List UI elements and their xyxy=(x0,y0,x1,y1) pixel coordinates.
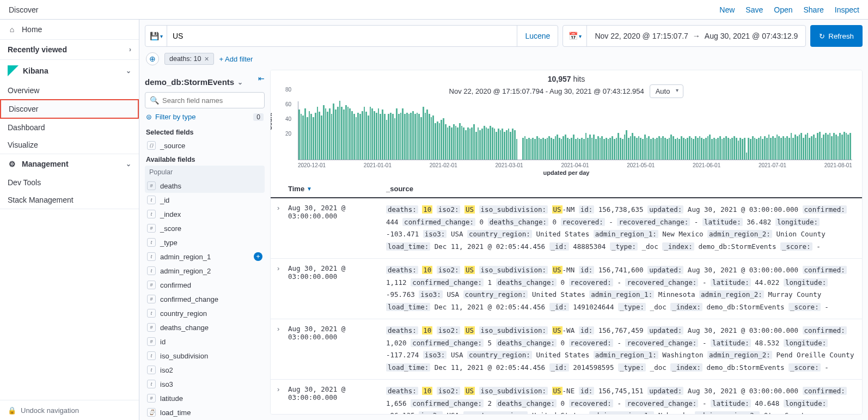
chart-bar[interactable] xyxy=(800,133,802,160)
chart-bar[interactable] xyxy=(754,138,756,160)
chart-bar[interactable] xyxy=(709,135,711,160)
chart-bar[interactable] xyxy=(752,136,754,160)
chart-bar[interactable] xyxy=(730,139,731,160)
topbar-link-share[interactable]: Share xyxy=(804,5,824,14)
chart-bar[interactable] xyxy=(327,112,328,160)
add-field-icon[interactable]: + xyxy=(254,252,262,261)
chart-bar[interactable] xyxy=(351,111,353,160)
chart-bar[interactable] xyxy=(689,136,690,160)
field-deaths[interactable]: #deaths+ xyxy=(145,179,265,193)
nav-item-dashboard[interactable]: Dashboard xyxy=(0,119,139,136)
chart-bar[interactable] xyxy=(341,107,343,160)
chart-bar[interactable] xyxy=(797,136,798,160)
chart-bar[interactable] xyxy=(687,138,688,160)
chart-bar[interactable] xyxy=(739,138,741,160)
chart-bar[interactable] xyxy=(301,114,302,160)
chart-bar[interactable] xyxy=(807,133,809,160)
chart-bar[interactable] xyxy=(481,129,483,160)
chart-bar[interactable] xyxy=(522,138,524,160)
chart-bar[interactable] xyxy=(508,129,510,160)
chart-bar[interactable] xyxy=(382,109,383,160)
chart-bar[interactable] xyxy=(819,132,821,160)
chart-bar[interactable] xyxy=(307,117,308,160)
chart-bar[interactable] xyxy=(374,111,375,160)
chart-bar[interactable] xyxy=(479,130,481,160)
chart-bar[interactable] xyxy=(475,132,477,160)
chart-bar[interactable] xyxy=(496,132,497,160)
chart-bar[interactable] xyxy=(542,138,544,160)
chart-bar[interactable] xyxy=(443,118,444,160)
chart-bar[interactable] xyxy=(540,139,542,160)
chart-bar[interactable] xyxy=(313,117,314,160)
chart-bar[interactable] xyxy=(465,130,467,160)
chart-bar[interactable] xyxy=(435,123,436,160)
field-iso_subdivision[interactable]: tiso_subdivision+ xyxy=(145,349,265,363)
chart-bar[interactable] xyxy=(683,138,684,160)
chart-bar[interactable] xyxy=(728,138,729,160)
topbar-link-inspect[interactable]: Inspect xyxy=(835,5,859,14)
chart-bar[interactable] xyxy=(323,105,325,160)
chart-bar[interactable] xyxy=(705,138,707,160)
chart-bar[interactable] xyxy=(567,138,569,160)
chart-bar[interactable] xyxy=(620,138,621,160)
chart-bar[interactable] xyxy=(847,135,849,160)
chart-bar[interactable] xyxy=(673,136,674,160)
chart-bar[interactable] xyxy=(677,138,678,160)
chart-bar[interactable] xyxy=(478,127,479,160)
chart-bar[interactable] xyxy=(423,107,424,160)
chart-bar[interactable] xyxy=(412,111,414,160)
chart-bar[interactable] xyxy=(309,111,310,160)
date-picker[interactable]: 📅 ▾ Nov 22, 2020 @ 17:15:07.7 → Aug 30, … xyxy=(563,25,806,47)
chart-bar[interactable] xyxy=(681,136,682,160)
chart-bar[interactable] xyxy=(398,114,400,160)
close-icon[interactable]: × xyxy=(204,54,209,63)
chart-bar[interactable] xyxy=(612,136,613,160)
chart-bar[interactable] xyxy=(528,138,530,160)
chart-bar[interactable] xyxy=(640,138,641,160)
chart-bar[interactable] xyxy=(386,120,388,160)
chart-bar[interactable] xyxy=(722,139,723,160)
chart-bar[interactable] xyxy=(406,113,408,160)
chart-bar[interactable] xyxy=(534,139,536,160)
chart-bar[interactable] xyxy=(431,117,432,160)
field-search[interactable]: 🔍 xyxy=(145,92,265,108)
chart-bar[interactable] xyxy=(337,107,339,160)
query-input[interactable] xyxy=(167,32,517,40)
chart-bar[interactable] xyxy=(817,133,818,160)
chart-bar[interactable] xyxy=(414,114,416,160)
chart-bar[interactable] xyxy=(719,136,721,160)
chart-bar[interactable] xyxy=(420,117,422,160)
chart-bar[interactable] xyxy=(783,136,784,160)
chart-bar[interactable] xyxy=(675,139,676,160)
undock-navigation[interactable]: 🔒 Undock navigation xyxy=(0,400,139,420)
chart-bar[interactable] xyxy=(813,135,815,160)
chart-bar[interactable] xyxy=(453,124,455,160)
chart-bar[interactable] xyxy=(609,138,611,160)
chart-bar[interactable] xyxy=(829,133,831,160)
chart-bar[interactable] xyxy=(575,139,577,160)
chart-bar[interactable] xyxy=(392,114,394,160)
nav-kibana[interactable]: Kibana ⌄ xyxy=(0,60,139,82)
chart-bar[interactable] xyxy=(833,133,835,160)
chart-bar[interactable] xyxy=(530,139,532,160)
chart-bar[interactable] xyxy=(664,138,666,160)
chart-bar[interactable] xyxy=(608,139,609,160)
chart-bar[interactable] xyxy=(526,139,528,160)
chart-bar[interactable] xyxy=(445,124,447,160)
field-iso3[interactable]: tiso3+ xyxy=(145,377,265,391)
chart-bar[interactable] xyxy=(823,135,824,160)
chart-bar[interactable] xyxy=(484,126,485,160)
chart-bar[interactable] xyxy=(733,136,735,160)
chart-bar[interactable] xyxy=(750,139,751,160)
chart-bar[interactable] xyxy=(693,139,694,160)
chart-bar[interactable] xyxy=(502,129,503,160)
chart-bar[interactable] xyxy=(321,115,322,160)
chart-bar[interactable] xyxy=(764,136,766,160)
chart-bar[interactable] xyxy=(548,136,550,160)
chart-bar[interactable] xyxy=(838,136,839,160)
chart-bar[interactable] xyxy=(725,136,727,160)
chart-bar[interactable] xyxy=(579,139,580,160)
chart-bar[interactable] xyxy=(597,136,599,160)
nav-management[interactable]: ⚙ Management ⌄ xyxy=(0,154,139,174)
chart-bar[interactable] xyxy=(839,133,841,160)
